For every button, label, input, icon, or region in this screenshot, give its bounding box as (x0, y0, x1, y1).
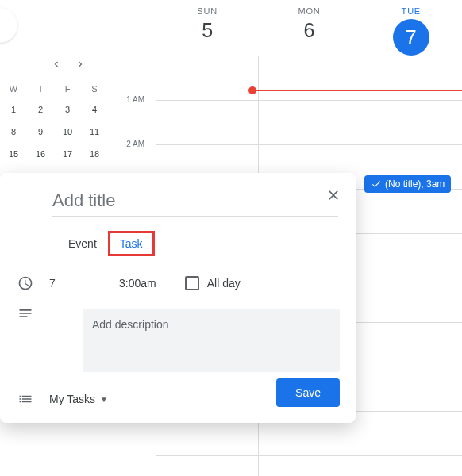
grid-cell[interactable] (360, 56, 462, 101)
mini-date-cell[interactable]: 15 (0, 143, 27, 165)
task-check-icon (371, 178, 382, 190)
grid-cell[interactable] (360, 456, 462, 476)
grid-cell[interactable] (259, 101, 360, 145)
week-day-header: SUN5MON6TUE7 (156, 0, 462, 56)
mini-date-cell[interactable]: 9 (27, 121, 54, 143)
mini-date-cell[interactable]: 2 (27, 98, 54, 121)
grid-column[interactable] (360, 56, 462, 476)
tasklist-select[interactable]: My Tasks ▼ (49, 393, 108, 405)
task-chip[interactable]: (No title), 3am (364, 175, 451, 193)
day-name: MON (258, 6, 360, 16)
checkbox-icon (185, 276, 199, 290)
clock-icon (16, 275, 35, 291)
date-field[interactable]: 7 (49, 277, 105, 290)
grid-cell[interactable] (360, 278, 462, 323)
prev-month-icon[interactable] (48, 56, 65, 76)
save-button[interactable]: Save (276, 378, 340, 407)
mini-date-cell[interactable]: 16 (27, 143, 54, 165)
grid-cell[interactable] (360, 234, 462, 278)
tutorial-highlight: Task (108, 231, 155, 256)
task-create-modal: Event Task 7 3:00am All day Add descript… (0, 173, 356, 423)
mini-weekday: T (27, 84, 54, 94)
day-name: TUE (360, 6, 462, 16)
mini-date-cell[interactable]: 10 (54, 121, 81, 143)
tasklist-label: My Tasks (49, 393, 95, 405)
grid-cell[interactable] (360, 367, 462, 412)
grid-cell[interactable] (360, 323, 462, 367)
day-number: 5 (156, 19, 258, 42)
grid-cell[interactable] (156, 56, 258, 101)
mini-calendar: WTFS 123489101115161718 (0, 56, 111, 165)
grid-cell[interactable] (156, 456, 258, 476)
mini-date-cell[interactable]: 3 (54, 98, 81, 121)
mini-date-cell[interactable]: 17 (54, 143, 81, 165)
mini-date-cell[interactable]: 18 (81, 143, 108, 165)
description-input[interactable]: Add description (83, 309, 340, 372)
description-icon (16, 305, 35, 321)
fragment (0, 8, 17, 43)
grid-cell[interactable] (360, 190, 462, 234)
grid-cell[interactable] (360, 412, 462, 456)
day-column[interactable]: TUE7 (360, 0, 462, 56)
list-icon (16, 391, 35, 407)
grid-cell[interactable] (259, 56, 360, 101)
day-number: 7 (393, 19, 429, 56)
mini-date-cell[interactable]: 4 (81, 98, 108, 121)
mini-weekday: W (0, 84, 27, 94)
mini-date-cell[interactable]: 11 (81, 121, 108, 143)
time-field[interactable]: 3:00am (119, 277, 156, 290)
time-label (107, 51, 151, 95)
grid-cell[interactable] (259, 456, 360, 476)
mini-weekday: F (54, 84, 81, 94)
allday-toggle[interactable]: All day (185, 276, 241, 290)
mini-date-cell[interactable]: 8 (0, 121, 27, 143)
current-time-indicator (252, 90, 462, 91)
task-chip-label: (No title), 3am (385, 178, 445, 190)
day-column[interactable]: SUN5 (156, 0, 258, 56)
day-column[interactable]: MON6 (258, 0, 360, 56)
mini-weekday: S (81, 84, 108, 94)
day-number: 6 (258, 19, 360, 42)
grid-cell[interactable] (156, 101, 258, 145)
mini-date-cell[interactable]: 1 (0, 98, 27, 121)
next-month-icon[interactable] (71, 56, 89, 76)
tab-event[interactable]: Event (60, 231, 105, 256)
allday-label: All day (207, 277, 241, 290)
title-input[interactable] (52, 186, 338, 217)
grid-cell[interactable] (360, 101, 462, 145)
chevron-down-icon: ▼ (100, 395, 108, 404)
time-label: 1 AM (107, 95, 151, 140)
close-icon[interactable] (325, 187, 341, 206)
day-name: SUN (156, 6, 258, 16)
tab-task[interactable]: Task (112, 231, 151, 256)
